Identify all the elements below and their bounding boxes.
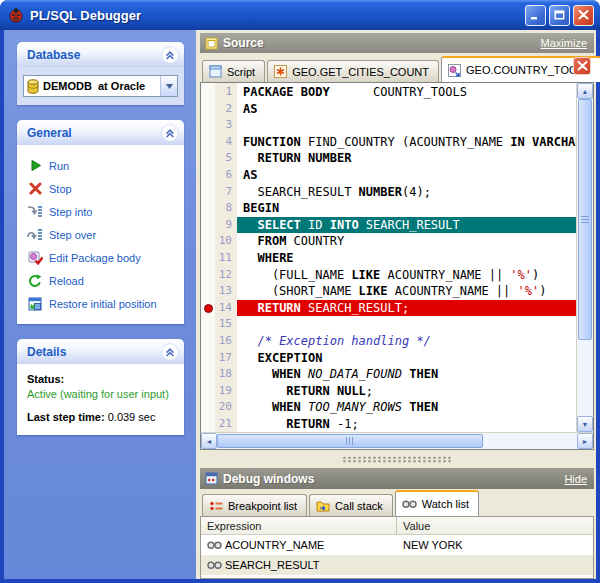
collapse-details-button[interactable] [161, 343, 179, 361]
collapse-database-button[interactable] [161, 46, 179, 64]
line-number: 11 [215, 250, 237, 267]
tab-breakpoint-list[interactable]: Breakpoint list [202, 494, 307, 516]
code-editor: 1PACKAGE BODY COUNTRY_TOOLS2AS34FUNCTION… [200, 82, 594, 450]
watch-table-header[interactable]: Expression Value [201, 517, 593, 535]
watch-row-search-result[interactable]: SEARCH_RESULT [201, 555, 593, 575]
code-text: PACKAGE BODY COUNTRY_TOOLS [237, 84, 576, 101]
scroll-right-icon[interactable]: ► [577, 433, 593, 449]
action-edit-package-body[interactable]: Edit Package body [26, 246, 180, 269]
line-number: 10 [215, 233, 237, 250]
line-number: 17 [215, 350, 237, 367]
code-line-13: 13 (SHORT_NAME LIKE ACOUNTRY_NAME || '%'… [201, 283, 576, 300]
code-line-10: 10 FROM COUNTRY [201, 233, 576, 250]
breakpoint-dot[interactable] [204, 304, 213, 313]
hide-link[interactable]: Hide [564, 473, 587, 485]
tab-script[interactable]: Script [202, 60, 265, 82]
database-panel-title: Database [27, 48, 161, 62]
tab-watch-list[interactable]: Watch list [395, 490, 479, 516]
source-icon [205, 37, 218, 50]
breakpoint-margin[interactable] [201, 300, 215, 317]
breakpoint-margin[interactable] [201, 399, 215, 416]
expression-column-header[interactable]: Expression [201, 517, 397, 534]
horizontal-scrollbar[interactable]: ◄ ► [201, 432, 593, 449]
breakpoint-margin[interactable] [201, 283, 215, 300]
breakpoint-margin[interactable] [201, 350, 215, 367]
breakpoint-margin[interactable] [201, 233, 215, 250]
status-label: Status: [27, 373, 176, 385]
close-button[interactable] [573, 5, 594, 26]
code-text: (FULL_NAME LIKE ACOUNTRY_NAME || '%') [237, 267, 576, 284]
details-panel-body: Status: Active (waiting for user input) … [17, 364, 184, 435]
breakpoint-margin[interactable] [201, 167, 215, 184]
close-tab-button[interactable] [573, 57, 591, 75]
line-number: 7 [215, 184, 237, 201]
code-line-19: 19 RETURN NULL; [201, 383, 576, 400]
details-panel-header: Details [17, 339, 184, 364]
line-number: 5 [215, 150, 237, 167]
breakpoint-margin[interactable] [201, 184, 215, 201]
breakpoint-margin[interactable] [201, 101, 215, 118]
breakpoint-margin[interactable] [201, 416, 215, 432]
vertical-scroll-thumb[interactable] [578, 99, 592, 340]
breakpoint-margin[interactable] [201, 250, 215, 267]
watch-row-acountry-name[interactable]: ACOUNTRY_NAMENEW YORK [201, 535, 593, 555]
action-step-over[interactable]: Step over [26, 223, 180, 246]
breakpoint-margin[interactable] [201, 366, 215, 383]
code-text [237, 316, 576, 333]
breakpoint-margin[interactable] [201, 134, 215, 151]
vertical-scrollbar[interactable]: ▲ ▼ [576, 83, 593, 432]
maximize-link[interactable]: Maximize [541, 37, 587, 49]
breakpoint-margin[interactable] [201, 150, 215, 167]
line-number: 2 [215, 101, 237, 118]
code-area[interactable]: 1PACKAGE BODY COUNTRY_TOOLS2AS34FUNCTION… [201, 83, 576, 432]
code-line-15: 15 [201, 316, 576, 333]
scroll-up-icon[interactable]: ▲ [577, 83, 593, 99]
debug-windows-header: Debug windows Hide [200, 468, 594, 489]
database-panel-body: DEMODB at Oracle [17, 67, 184, 105]
debug-tab-bar: Breakpoint listCall stackWatch list [200, 490, 594, 516]
sidebar: Database DEMODB at Oracle General RunSt [4, 30, 196, 579]
scroll-left-icon[interactable]: ◄ [201, 433, 217, 449]
breakpoint-margin[interactable] [201, 84, 215, 101]
minimize-button[interactable] [525, 5, 546, 26]
source-title: Source [223, 36, 541, 50]
collapse-general-button[interactable] [161, 124, 179, 142]
breakpoint-list-icon [209, 500, 223, 512]
breakpoint-margin[interactable] [201, 333, 215, 350]
database-select[interactable]: DEMODB at Oracle [23, 75, 178, 97]
breakpoint-margin[interactable] [201, 316, 215, 333]
vertical-scroll-track[interactable] [577, 99, 593, 416]
breakpoint-margin[interactable] [201, 200, 215, 217]
action-reload[interactable]: Reload [26, 269, 180, 292]
tab-label: Breakpoint list [228, 500, 297, 512]
database-dropdown-button[interactable] [160, 76, 177, 96]
code-line-17: 17 EXCEPTION [201, 350, 576, 367]
scroll-down-icon[interactable]: ▼ [577, 416, 593, 432]
general-panel: General RunStopStep intoStep overEdit Pa… [17, 120, 184, 324]
tab-call-stack[interactable]: Call stack [309, 494, 393, 516]
action-stop[interactable]: Stop [26, 177, 180, 200]
breakpoint-margin[interactable] [201, 267, 215, 284]
action-run[interactable]: Run [26, 154, 180, 177]
horizontal-scroll-track[interactable] [217, 433, 577, 449]
breakpoint-margin[interactable] [201, 117, 215, 134]
line-number: 9 [215, 217, 237, 234]
breakpoint-margin[interactable] [201, 217, 215, 234]
code-line-20: 20 WHEN TOO_MANY_ROWS THEN [201, 399, 576, 416]
value-column-header[interactable]: Value [397, 520, 430, 532]
maximize-button[interactable] [549, 5, 570, 26]
code-line-12: 12 (FULL_NAME LIKE ACOUNTRY_NAME || '%') [201, 267, 576, 284]
package-icon [448, 64, 461, 77]
action-restore-initial-position[interactable]: Restore initial position [26, 292, 180, 315]
code-text: SEARCH_RESULT NUMBER(4); [237, 184, 576, 201]
database-panel: Database DEMODB at Oracle [17, 42, 184, 105]
tab-geo-get-cities-count[interactable]: GEO.GET_CITIES_COUNT [267, 60, 439, 82]
line-number: 13 [215, 283, 237, 300]
code-text: /* Exception handling */ [237, 333, 576, 350]
horizontal-scroll-thumb[interactable] [217, 434, 483, 448]
panel-splitter[interactable] [200, 450, 594, 468]
plsql-debugger-window: PL/SQL Debugger Database DEMODB at Oracl… [0, 0, 600, 583]
breakpoint-margin[interactable] [201, 383, 215, 400]
action-step-into[interactable]: Step into [26, 200, 180, 223]
code-text: SELECT ID INTO SEARCH_RESULT [237, 217, 576, 234]
